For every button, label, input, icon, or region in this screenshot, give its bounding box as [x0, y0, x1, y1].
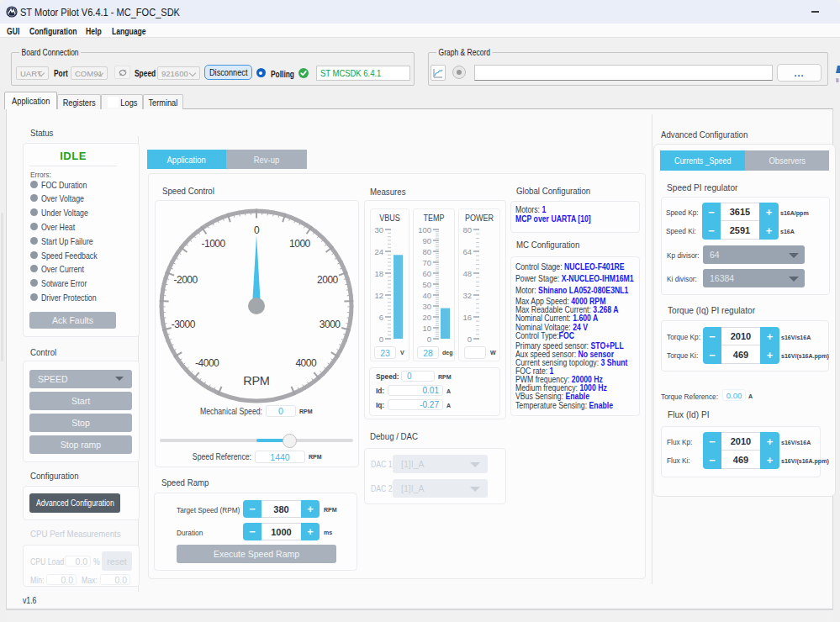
svg-text:0: 0 [254, 224, 260, 236]
svg-text:3000: 3000 [320, 319, 341, 330]
svg-text:100: 100 [418, 225, 431, 235]
svg-text:70: 70 [422, 258, 431, 267]
svg-text:30: 30 [422, 302, 431, 311]
svg-text:48: 48 [462, 269, 472, 278]
svg-text:1000: 1000 [289, 238, 311, 250]
svg-text:10: 10 [422, 324, 431, 333]
svg-text:6: 6 [379, 313, 383, 322]
svg-text:16: 16 [462, 313, 472, 322]
svg-text:90: 90 [422, 236, 431, 245]
svg-text:18: 18 [374, 269, 383, 278]
svg-text:-3000: -3000 [172, 319, 196, 330]
svg-text:60: 60 [422, 269, 431, 278]
svg-text:RPM: RPM [243, 374, 269, 387]
svg-text:20: 20 [422, 313, 431, 322]
svg-text:-1000: -1000 [201, 238, 225, 250]
svg-text:30: 30 [374, 225, 383, 235]
svg-text:40: 40 [422, 291, 431, 300]
svg-text:64: 64 [462, 247, 472, 256]
svg-text:32: 32 [462, 291, 472, 300]
svg-text:4000: 4000 [295, 357, 317, 369]
svg-text:12: 12 [374, 291, 383, 300]
svg-text:2000: 2000 [317, 274, 339, 286]
svg-text:-2000: -2000 [173, 274, 198, 286]
svg-text:24: 24 [374, 247, 383, 256]
svg-text:0: 0 [468, 335, 472, 344]
svg-text:0: 0 [427, 335, 431, 344]
svg-text:80: 80 [422, 247, 431, 256]
svg-text:-4000: -4000 [195, 357, 219, 369]
svg-text:80: 80 [462, 225, 472, 235]
svg-text:50: 50 [422, 280, 431, 289]
svg-text:0: 0 [379, 335, 383, 344]
svg-text:li: li [836, 76, 839, 84]
